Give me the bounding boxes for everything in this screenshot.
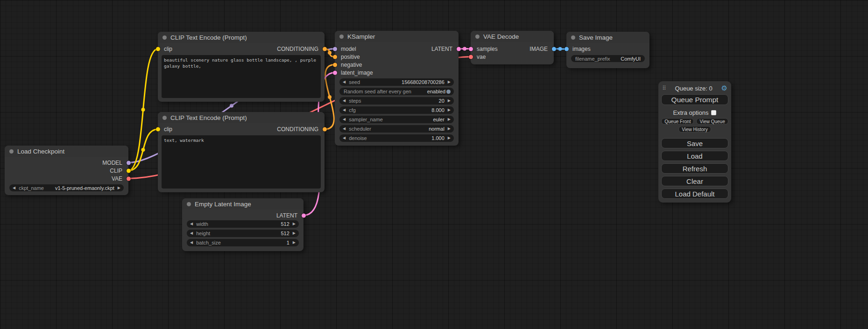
node-title-bar[interactable]: Save Image: [566, 32, 649, 43]
node-title-bar[interactable]: Load Checkpoint: [5, 146, 128, 157]
io-row: samples IMAGE: [471, 45, 554, 53]
latent-image-input-port[interactable]: [333, 70, 337, 75]
node-graph-canvas[interactable]: Load Checkpoint MODEL CLIP VAE ◀ ckpt_na…: [0, 0, 868, 329]
increment-icon[interactable]: ▶: [448, 136, 451, 140]
collapse-dot[interactable]: [571, 35, 575, 40]
decrement-icon[interactable]: ◀: [13, 186, 15, 190]
cfg-widget[interactable]: ◀ cfg 8.000 ▶: [339, 106, 454, 114]
decrement-icon[interactable]: ◀: [190, 222, 193, 226]
drag-handle-icon[interactable]: ⠿: [662, 85, 666, 91]
conditioning-output-port[interactable]: [323, 47, 327, 51]
wire-model-midpoint-dot: [230, 104, 233, 108]
io-row: LATENT: [182, 211, 303, 219]
latent-output-port[interactable]: [302, 213, 306, 217]
node-clip-text-encode-positive[interactable]: CLIP Text Encode (Prompt) clip CONDITION…: [158, 32, 325, 102]
collapse-dot[interactable]: [9, 149, 14, 154]
decrement-icon[interactable]: ◀: [343, 136, 346, 140]
images-input-port[interactable]: [565, 47, 569, 51]
seed-widget[interactable]: ◀ seed 156680208700286 ▶: [339, 78, 454, 86]
node-title-bar[interactable]: CLIP Text Encode (Prompt): [158, 112, 325, 123]
increment-icon[interactable]: ▶: [448, 80, 451, 84]
positive-prompt-textbox[interactable]: beautiful scenery nature glass bottle la…: [162, 55, 321, 98]
view-queue-button[interactable]: View Queue: [696, 118, 728, 125]
widget-label: ckpt_name: [19, 185, 44, 191]
collapse-dot[interactable]: [162, 116, 167, 120]
batch-size-widget[interactable]: ◀ batch_size 1 ▶: [187, 239, 299, 246]
node-title-bar[interactable]: VAE Decode: [471, 31, 554, 42]
clip-input-port[interactable]: [156, 47, 160, 51]
negative-prompt-textbox[interactable]: text, watermark: [162, 135, 321, 189]
node-ksampler[interactable]: KSampler model LATENT positive negative …: [335, 31, 459, 146]
vae-output-port[interactable]: [127, 176, 131, 181]
filename-prefix-widget[interactable]: filename_prefix ComfyUI: [571, 55, 645, 62]
collapse-dot[interactable]: [475, 35, 480, 39]
vae-input-label: vae: [477, 54, 486, 60]
decrement-icon[interactable]: ◀: [343, 99, 346, 103]
decrement-icon[interactable]: ◀: [343, 118, 346, 121]
conditioning-output-port[interactable]: [323, 127, 327, 132]
widget-value: 512: [281, 221, 289, 227]
increment-icon[interactable]: ▶: [293, 231, 296, 235]
clear-button[interactable]: Clear: [661, 176, 728, 186]
negative-input-port[interactable]: [333, 63, 337, 67]
clip-output-port[interactable]: [127, 168, 131, 173]
view-history-button[interactable]: View History: [678, 126, 711, 133]
node-vae-decode[interactable]: VAE Decode samples IMAGE vae: [471, 31, 554, 64]
clip-input-port[interactable]: [156, 127, 160, 132]
settings-gear-icon[interactable]: ⚙: [721, 84, 727, 92]
samples-input-port[interactable]: [469, 47, 473, 51]
queue-front-button[interactable]: Queue Front: [661, 118, 694, 125]
node-empty-latent-image[interactable]: Empty Latent Image LATENT ◀ width 512 ▶ …: [182, 198, 303, 251]
toggle-indicator[interactable]: [446, 90, 451, 94]
width-widget[interactable]: ◀ width 512 ▶: [187, 220, 299, 228]
vae-input-port[interactable]: [469, 55, 473, 59]
scheduler-widget[interactable]: ◀ scheduler normal ▶: [339, 125, 454, 133]
node-title-bar[interactable]: Empty Latent Image: [182, 198, 303, 210]
increment-icon[interactable]: ▶: [448, 127, 451, 131]
clip-output-label: CLIP: [110, 168, 122, 174]
increment-icon[interactable]: ▶: [293, 241, 296, 245]
vae-output-label: VAE: [112, 175, 122, 182]
node-load-checkpoint[interactable]: Load Checkpoint MODEL CLIP VAE ◀ ckpt_na…: [5, 146, 128, 195]
extra-options-checkbox[interactable]: [711, 110, 716, 115]
refresh-button[interactable]: Refresh: [661, 163, 728, 174]
decrement-icon[interactable]: ◀: [343, 80, 346, 84]
sampler-name-widget[interactable]: ◀ sampler_name euler ▶: [339, 116, 454, 123]
decrement-icon[interactable]: ◀: [343, 108, 346, 112]
samples-input-label: samples: [477, 46, 498, 52]
load-default-button[interactable]: Load Default: [661, 189, 728, 199]
steps-widget[interactable]: ◀ steps 20 ▶: [339, 97, 454, 105]
image-output-port[interactable]: [552, 47, 556, 51]
latent-output-port[interactable]: [457, 47, 461, 51]
denoise-widget[interactable]: ◀ denoise 1.000 ▶: [339, 134, 454, 142]
ckpt-name-widget[interactable]: ◀ ckpt_name v1-5-pruned-emaonly.ckpt ▶: [9, 184, 124, 191]
save-button[interactable]: Save: [661, 138, 728, 148]
queue-buttons-row: Queue Front View Queue: [661, 118, 728, 125]
node-clip-text-encode-negative[interactable]: CLIP Text Encode (Prompt) clip CONDITION…: [158, 112, 325, 192]
collapse-dot[interactable]: [339, 35, 344, 39]
model-output-port[interactable]: [127, 161, 131, 165]
node-title-bar[interactable]: KSampler: [335, 31, 459, 42]
node-save-image[interactable]: Save Image images filename_prefix ComfyU…: [566, 32, 649, 68]
decrement-icon[interactable]: ◀: [190, 231, 193, 235]
decrement-icon[interactable]: ◀: [343, 127, 346, 131]
widget-label: filename_prefix: [575, 56, 610, 62]
random-seed-toggle-widget[interactable]: Random seed after every gen enabled: [339, 88, 454, 95]
collapse-dot[interactable]: [187, 202, 191, 206]
increment-icon[interactable]: ▶: [118, 186, 120, 190]
node-title-bar[interactable]: CLIP Text Encode (Prompt): [158, 32, 325, 43]
collapse-dot[interactable]: [162, 35, 167, 40]
model-input-port[interactable]: [333, 47, 337, 51]
increment-icon[interactable]: ▶: [448, 99, 451, 103]
increment-icon[interactable]: ▶: [448, 118, 451, 121]
load-button[interactable]: Load: [661, 151, 728, 161]
widget-label: Random seed after every gen: [344, 89, 411, 94]
height-widget[interactable]: ◀ height 512 ▶: [187, 230, 299, 237]
node-title: VAE Decode: [483, 33, 519, 40]
queue-prompt-button[interactable]: Queue Prompt: [661, 94, 728, 105]
decrement-icon[interactable]: ◀: [190, 241, 193, 245]
positive-input-port[interactable]: [333, 55, 337, 59]
increment-icon[interactable]: ▶: [448, 108, 451, 112]
io-row: clip CONDITIONING: [158, 45, 325, 53]
increment-icon[interactable]: ▶: [293, 222, 296, 226]
